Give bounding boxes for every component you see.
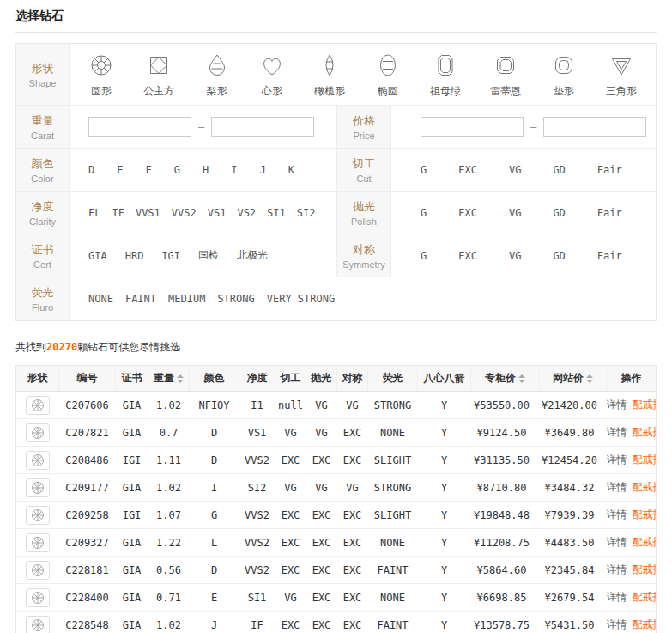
cell-fluro: STRONG (368, 392, 418, 419)
detail-link[interactable]: 详情 (607, 563, 627, 575)
cert-option[interactable]: HRD (125, 250, 144, 262)
shape-option-heart[interactable]: 心形 (259, 52, 285, 99)
match-ring-link[interactable]: 配戒托 (633, 508, 657, 520)
sort-icon[interactable] (586, 374, 593, 383)
polish-option[interactable]: G (421, 207, 427, 219)
match-ring-link[interactable]: 配戒托 (633, 426, 657, 438)
color-option[interactable]: E (117, 164, 123, 176)
cert-option[interactable]: 北极光 (237, 248, 268, 263)
symmetry-option[interactable]: EXC (458, 250, 477, 262)
clarity-option[interactable]: VVS1 (136, 207, 160, 219)
detail-link[interactable]: 详情 (607, 399, 627, 411)
match-ring-link[interactable]: 配戒托 (633, 591, 657, 603)
cert-option[interactable]: 国检 (198, 248, 219, 263)
cell-site-price: ¥2679.54 (540, 584, 607, 612)
detail-link[interactable]: 详情 (607, 618, 627, 630)
col-header-site-price[interactable]: 网站价 (540, 366, 607, 392)
shape-option-marquise[interactable]: 橄榄形 (314, 52, 345, 99)
diamond-thumbnail[interactable] (26, 588, 50, 607)
filter-label-en: Fluro (32, 302, 53, 313)
cut-option[interactable]: Fair (597, 164, 622, 176)
cell-cert: GIA (116, 392, 148, 419)
color-option[interactable]: H (203, 164, 209, 176)
col-header-counter-price[interactable]: 专柜价 (471, 366, 540, 392)
carat-max-input[interactable] (211, 117, 314, 137)
fluro-option[interactable]: FAINT (125, 293, 156, 305)
match-ring-link[interactable]: 配戒托 (633, 399, 657, 411)
filter-label-price: 价格 Price (336, 106, 391, 148)
cut-option[interactable]: VG (509, 164, 521, 176)
fluro-option[interactable]: STRONG (217, 293, 254, 305)
filter-row-carat-price: 重量 Carat — 价格 Price — (16, 106, 656, 149)
cell-weight: 1.07 (148, 502, 190, 529)
detail-link[interactable]: 详情 (607, 426, 627, 438)
diamond-thumbnail[interactable] (26, 616, 50, 633)
sort-icon[interactable] (518, 374, 525, 383)
shape-option-emerald[interactable]: 祖母绿 (430, 52, 461, 99)
polish-option[interactable]: EXC (458, 207, 477, 219)
polish-option[interactable]: Fair (597, 207, 622, 219)
match-ring-link[interactable]: 配戒托 (633, 563, 657, 575)
match-ring-link[interactable]: 配戒托 (633, 536, 657, 548)
shape-option-round[interactable]: 圆形 (88, 52, 114, 99)
cut-option[interactable]: EXC (458, 164, 477, 176)
fluro-option[interactable]: MEDIUM (168, 293, 205, 305)
clarity-option[interactable]: SI1 (267, 207, 286, 219)
col-header-weight[interactable]: 重量 (148, 366, 190, 392)
clarity-option[interactable]: VS1 (208, 207, 227, 219)
symmetry-option[interactable]: G (421, 250, 427, 262)
cell-cut: EXC (275, 612, 306, 633)
detail-link[interactable]: 详情 (607, 453, 627, 466)
shape-option-trillion[interactable]: 三角形 (606, 52, 637, 99)
cut-options: G EXC VG GD Fair (391, 149, 656, 191)
symmetry-option[interactable]: GD (553, 250, 565, 262)
cert-option[interactable]: GIA (88, 250, 107, 262)
match-ring-link[interactable]: 配戒托 (633, 453, 657, 466)
symmetry-option[interactable]: Fair (597, 250, 622, 262)
cell-weight: 0.7 (148, 419, 190, 447)
diamond-thumbnail[interactable] (26, 533, 50, 552)
fluro-option[interactable]: VERY STRONG (267, 293, 335, 305)
cell-id: C228400 (59, 584, 116, 612)
shape-option-princess[interactable]: 公主方 (143, 52, 174, 99)
carat-min-input[interactable] (88, 117, 191, 137)
clarity-option[interactable]: SI2 (297, 207, 316, 219)
color-option[interactable]: K (288, 164, 294, 176)
price-min-input[interactable] (421, 117, 524, 137)
cut-option[interactable]: GD (553, 164, 565, 176)
shape-option-cushion[interactable]: 垫形 (551, 52, 577, 99)
symmetry-option[interactable]: VG (509, 250, 521, 262)
diamond-thumbnail[interactable] (26, 451, 50, 470)
cert-option[interactable]: IGI (161, 250, 180, 262)
color-option[interactable]: G (174, 164, 180, 176)
price-max-input[interactable] (543, 117, 646, 137)
diamond-thumbnail[interactable] (26, 561, 50, 580)
shape-option-oval[interactable]: 椭圆 (375, 52, 401, 99)
clarity-option[interactable]: FL (88, 207, 100, 219)
trillion-diamond-icon (608, 52, 634, 81)
color-option[interactable]: I (231, 164, 237, 176)
diamond-thumbnail[interactable] (26, 423, 50, 442)
polish-option[interactable]: GD (553, 207, 565, 219)
color-option[interactable]: D (88, 164, 94, 176)
detail-link[interactable]: 详情 (607, 481, 627, 493)
detail-link[interactable]: 详情 (607, 508, 627, 520)
clarity-option[interactable]: IF (112, 207, 124, 219)
detail-link[interactable]: 详情 (607, 536, 627, 548)
diamond-thumbnail[interactable] (26, 506, 50, 525)
fluro-option[interactable]: NONE (88, 293, 113, 305)
polish-option[interactable]: VG (509, 207, 521, 219)
color-option[interactable]: J (259, 164, 265, 176)
clarity-option[interactable]: VS2 (237, 207, 256, 219)
shape-option-pear[interactable]: 梨形 (204, 52, 230, 99)
sort-icon[interactable] (177, 374, 184, 383)
color-option[interactable]: F (145, 164, 151, 176)
diamond-thumbnail[interactable] (26, 396, 50, 415)
cut-option[interactable]: G (421, 164, 427, 176)
match-ring-link[interactable]: 配戒托 (633, 618, 657, 630)
diamond-thumbnail[interactable] (26, 478, 50, 497)
clarity-option[interactable]: VVS2 (172, 207, 197, 219)
detail-link[interactable]: 详情 (607, 591, 627, 603)
match-ring-link[interactable]: 配戒托 (633, 481, 657, 493)
shape-option-radiant[interactable]: 雷蒂恩 (490, 52, 521, 99)
